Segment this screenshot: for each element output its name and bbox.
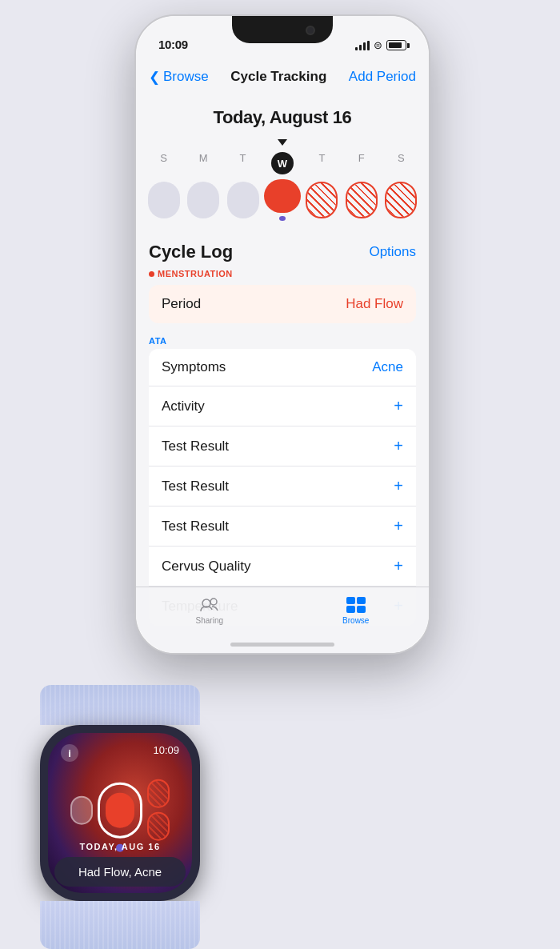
ovulation-dot <box>279 216 286 221</box>
test-result3-label: Test Result <box>162 519 229 535</box>
day-label-w-today: W <box>271 152 294 174</box>
iphone: 10:09 ⊜ ❮ Browse Cycle Tracking <box>134 14 430 655</box>
day-circles <box>144 179 421 221</box>
period-row[interactable]: Period Had Flow <box>149 285 416 323</box>
health-data-label: ATA <box>136 333 429 349</box>
day-label-s2: S <box>382 152 419 174</box>
watch-circle-main <box>98 782 142 838</box>
status-time: 10:09 <box>158 38 188 51</box>
symptoms-label: Symptoms <box>162 359 226 375</box>
svg-rect-3 <box>357 597 366 604</box>
period-label: Period <box>162 296 201 312</box>
browse-icon <box>345 595 367 613</box>
watch-date: TODAY, AUG 16 <box>48 842 192 851</box>
activity-plus: + <box>394 397 403 415</box>
svg-rect-2 <box>346 597 355 604</box>
back-button[interactable]: ❮ Browse <box>149 69 209 86</box>
menstruation-dot <box>149 271 154 277</box>
day-label-m: M <box>185 152 222 174</box>
health-data-rows: Symptoms Acne Activity + Test Result + T… <box>149 349 416 626</box>
test-result2-label: Test Result <box>162 479 229 495</box>
day-circle-t1[interactable] <box>225 179 262 221</box>
period-value: Had Flow <box>346 296 403 312</box>
cervus-quality-plus: + <box>394 557 403 575</box>
tab-sharing[interactable]: Sharing <box>196 595 223 625</box>
table-row[interactable]: Cervus Quality + <box>149 547 416 587</box>
test-result2-plus: + <box>394 477 403 495</box>
symptoms-value: Acne <box>372 359 403 375</box>
sharing-icon <box>198 595 221 613</box>
battery-icon <box>386 40 406 50</box>
day-label-t1: T <box>225 152 262 174</box>
watch-cycle-circles <box>70 779 170 841</box>
home-indicator <box>230 643 334 647</box>
options-button[interactable]: Options <box>369 244 416 260</box>
watch-band-bottom <box>40 901 200 949</box>
nav-bar: ❮ Browse Cycle Tracking Add Period <box>136 59 429 94</box>
wifi-icon: ⊜ <box>374 39 382 51</box>
day-label-s1: S <box>146 152 182 174</box>
day-circle-f[interactable] <box>343 179 380 221</box>
menstruation-label: MENSTRUATION <box>149 269 416 278</box>
test-result1-plus: + <box>394 437 403 455</box>
watch-circle-hatched2 <box>147 812 170 841</box>
activity-label: Activity <box>162 398 205 414</box>
page-title: Cycle Tracking <box>230 69 326 85</box>
watch-circle-hatched1 <box>147 779 170 808</box>
notch <box>232 16 333 43</box>
cycle-log-title: Cycle Log <box>149 242 233 262</box>
cervus-quality-label: Cervus Quality <box>162 559 250 575</box>
tab-browse[interactable]: Browse <box>342 595 369 625</box>
day-circle-s1[interactable] <box>146 179 182 221</box>
table-row[interactable]: Test Result + <box>149 507 416 547</box>
phone-content: Today, August 16 S M T W T F S <box>136 94 429 653</box>
add-period-button[interactable]: Add Period <box>349 69 416 85</box>
tab-bar: Sharing Browse <box>136 587 429 653</box>
day-labels: S M T W T F S <box>144 152 421 174</box>
day-label-f: F <box>343 152 380 174</box>
watch-screen: i 10:09 TODAY, AUG 16 Had Flow, Acne <box>48 733 192 893</box>
table-row[interactable]: Activity + <box>149 386 416 426</box>
watch-circle-small1 <box>70 795 93 824</box>
cycle-log-header: Cycle Log Options <box>149 242 416 262</box>
day-label-t2: T <box>303 152 340 174</box>
cycle-log: Cycle Log Options MENSTRUATION Period Ha… <box>136 229 429 323</box>
test-result1-label: Test Result <box>162 438 229 454</box>
apple-watch: i 10:09 TODAY, AUG 16 Had Flow, Acne <box>12 685 228 933</box>
svg-rect-4 <box>346 606 355 613</box>
front-camera <box>306 26 315 35</box>
sharing-tab-label: Sharing <box>196 616 223 625</box>
svg-point-1 <box>210 599 217 605</box>
table-row[interactable]: Test Result + <box>149 426 416 466</box>
day-circle-s2[interactable] <box>382 179 419 221</box>
status-icons: ⊜ <box>355 39 406 51</box>
date-header: Today, August 16 <box>136 94 429 134</box>
watch-info-button[interactable]: i <box>61 744 78 762</box>
today-indicator <box>144 134 421 149</box>
day-circle-t2[interactable] <box>303 179 340 221</box>
test-result3-plus: + <box>394 517 403 535</box>
watch-band-top <box>40 685 200 725</box>
triangle-icon <box>278 139 287 146</box>
day-circle-w[interactable] <box>264 179 301 221</box>
svg-rect-5 <box>357 606 366 613</box>
watch-body: i 10:09 TODAY, AUG 16 Had Flow, Acne <box>40 725 200 901</box>
signal-icon <box>355 41 370 50</box>
browse-tab-label: Browse <box>342 616 369 625</box>
watch-summary: Had Flow, Acne <box>54 857 186 887</box>
watch-time: 10:09 <box>153 744 179 756</box>
calendar-strip: S M T W T F S <box>136 134 429 229</box>
watch-main-inner <box>106 792 134 827</box>
table-row[interactable]: Test Result + <box>149 466 416 507</box>
table-row[interactable]: Symptoms Acne <box>149 349 416 386</box>
day-circle-m[interactable] <box>185 179 222 221</box>
